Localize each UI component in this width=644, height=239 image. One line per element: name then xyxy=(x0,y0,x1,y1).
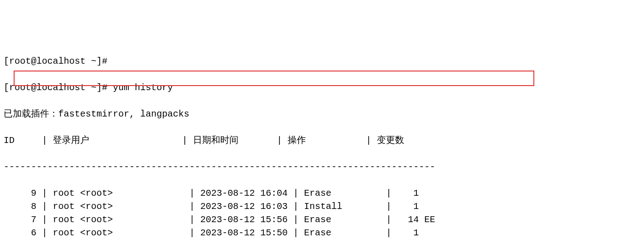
shell-prompt: [root@localhost ~]# xyxy=(4,82,113,93)
table-row: 6 | root <root> | 2023-08-12 15:50 | Era… xyxy=(4,226,640,239)
shell-prompt: [root@localhost ~]# xyxy=(4,56,113,66)
plugins-line: 已加载插件：fastestmirror, langpacks xyxy=(4,107,640,121)
table-row: 7 | root <root> | 2023-08-12 15:56 | Era… xyxy=(4,213,640,226)
separator-line: ----------------------------------------… xyxy=(4,160,640,173)
prompt-line-empty: [root@localhost ~]# xyxy=(4,55,640,68)
table-header: ID | 登录用户 | 日期和时间 | 操作 | 变更数 xyxy=(4,134,640,147)
table-row: 9 | root <root> | 2023-08-12 16:04 | Era… xyxy=(4,187,640,200)
table-row: 8 | root <root> | 2023-08-12 16:03 | Ins… xyxy=(4,200,640,213)
command-line: [root@localhost ~]# yum history xyxy=(4,81,640,94)
command-text: yum history xyxy=(113,82,173,93)
